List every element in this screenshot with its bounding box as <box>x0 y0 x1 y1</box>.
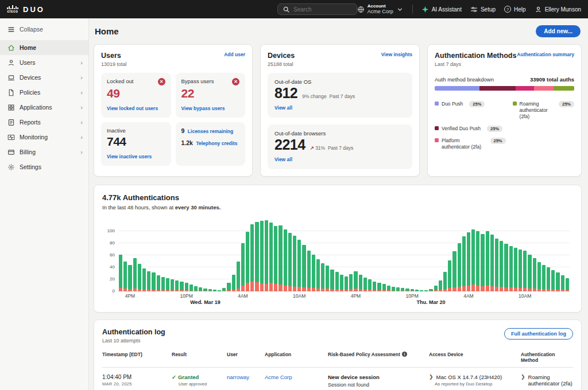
search-box[interactable] <box>277 3 357 15</box>
application-link[interactable]: Acme Corp <box>265 374 292 380</box>
legend-item: Verified Duo Push 25% <box>435 126 506 132</box>
sidebar-item-home[interactable]: Home <box>0 40 88 55</box>
chart-bar <box>467 232 470 291</box>
topbar-divider <box>412 5 413 14</box>
billing-icon <box>7 149 15 156</box>
y-axis-tick: 60 <box>102 252 115 258</box>
legend-item: Platform authenticator (2fa) 25% <box>435 138 506 150</box>
topbar-right: Account Acme Corp AI Assistant Setup <box>357 3 581 15</box>
chart-bar <box>185 283 188 291</box>
view-locked-out-link[interactable]: View locked out users <box>107 106 158 111</box>
sliders-icon <box>470 6 478 13</box>
error-badge-icon: ✕ <box>232 78 239 85</box>
legend-pct-badge: 25% <box>559 101 574 107</box>
sidebar-item-users[interactable]: Users › <box>0 55 88 70</box>
legend-swatch <box>435 138 439 142</box>
expand-chevron-icon[interactable]: ❯ <box>521 374 525 387</box>
sidebar-item-settings[interactable]: Settings <box>0 159 88 174</box>
chart-bar <box>237 262 240 292</box>
chart-bar <box>250 224 254 291</box>
chart-bar <box>189 284 193 291</box>
breakdown-segment <box>516 86 534 91</box>
auth-methods-card: Authentication Methods Authentication su… <box>427 44 582 177</box>
chart-bar <box>359 275 362 291</box>
sidebar-item-billing[interactable]: Billing › <box>0 145 88 159</box>
chart-bar <box>166 278 169 291</box>
user-link[interactable]: narroway <box>227 374 249 380</box>
chart-bar <box>392 287 395 291</box>
browsers-view-all-link[interactable]: View all <box>274 157 292 162</box>
legend-item: Duo Push 25% <box>435 101 506 120</box>
chart-subtitle: In the last 48 hours, shown at every 30 … <box>102 204 573 210</box>
sidebar-item-devices[interactable]: Devices › <box>0 70 88 85</box>
inactive-count: 744 <box>107 135 165 149</box>
account-switcher[interactable]: Account Acme Corp <box>357 3 404 15</box>
person-icon <box>535 6 542 13</box>
sidebar-item-reports[interactable]: Reports › <box>0 115 88 130</box>
bypass-users-tile: Bypass users ✕ 22 View bypass users <box>176 73 246 118</box>
setup-button[interactable]: Setup <box>470 6 496 13</box>
chart-bar <box>330 270 334 291</box>
device-name: Mac OS X 14.7.4 (23H420) <box>436 374 502 380</box>
sidebar-collapse[interactable]: Collapse <box>0 21 88 38</box>
chart-bar <box>284 229 287 291</box>
monitoring-icon <box>7 134 15 141</box>
account-label: Account <box>368 3 393 9</box>
search-input[interactable] <box>293 6 352 13</box>
settings-gear-icon <box>7 163 15 171</box>
info-icon[interactable]: i <box>402 352 407 357</box>
chart-datelabels: Wed. Mar 19Thu. Mar 20 <box>118 299 570 307</box>
chart-bar <box>274 226 277 291</box>
chart-bar <box>316 259 320 291</box>
add-user-link[interactable]: Add user <box>224 52 245 57</box>
os-view-all-link[interactable]: View all <box>274 105 292 111</box>
devices-icon <box>7 74 15 81</box>
chart-bar <box>387 286 390 291</box>
sidebar-item-policies[interactable]: Policies › <box>0 85 88 100</box>
chart-bar <box>246 232 249 291</box>
chart-bar <box>519 249 522 291</box>
telephony-link[interactable]: Telephony credits <box>196 141 237 146</box>
chart-bar <box>123 262 127 292</box>
auth-log-table: Timestamp (EDT) Result User Application … <box>102 352 573 390</box>
chart-bar <box>443 272 447 291</box>
licenses-link[interactable]: Licenses remaining <box>188 128 233 134</box>
browsers-label: Out-of-date browsers <box>274 130 405 136</box>
chart-bar <box>297 240 301 291</box>
y-axis-tick: 40 <box>102 264 115 270</box>
chart-bar <box>471 229 475 291</box>
hamburger-icon <box>7 26 15 33</box>
chart-xticks: 4PM10PM4AM10AM4PM10PM4AM10AM <box>118 291 570 299</box>
timestamp-date: MAR 20, 2025 <box>102 381 167 387</box>
ai-assistant-button[interactable]: AI Assistant <box>421 6 462 13</box>
expand-chevron-icon[interactable]: ❯ <box>429 374 434 380</box>
date-label: Wed. Mar 19 <box>190 299 220 305</box>
os-period: Past 7 days <box>330 93 355 99</box>
sidebar-item-label: Monitoring <box>20 134 76 141</box>
sidebar-item-label: Policies <box>20 89 76 96</box>
chart-bar <box>514 248 517 291</box>
chart-bar <box>452 251 456 291</box>
col-result: Result <box>172 352 222 363</box>
view-inactive-link[interactable]: View inactive users <box>107 154 152 159</box>
add-new-button[interactable]: Add new... <box>536 25 581 37</box>
view-insights-link[interactable]: View insights <box>381 52 412 57</box>
chart-bar <box>396 287 400 291</box>
duo-wordmark: DUO <box>23 5 45 14</box>
full-auth-log-button[interactable]: Full authentication log <box>504 328 573 340</box>
help-button[interactable]: ? Help <box>504 6 526 13</box>
sidebar-item-monitoring[interactable]: Monitoring › <box>0 130 88 145</box>
chart-bar <box>448 260 451 291</box>
sidebar-item-applications[interactable]: Applications › <box>0 100 88 115</box>
user-menu[interactable]: Ellery Munson <box>535 6 581 13</box>
browsers-count: 2214 <box>274 136 305 153</box>
help-label: Help <box>514 6 526 13</box>
auth-summary-link[interactable]: Authentication summary <box>517 52 574 57</box>
os-change: 9% change <box>302 93 327 99</box>
chevron-right-icon: › <box>80 89 83 96</box>
timestamp-cell: 1:04:40 PM MAR 20, 2025 <box>102 374 167 390</box>
view-bypass-link[interactable]: View bypass users <box>181 106 225 111</box>
chart-bar <box>542 265 546 291</box>
chart-bar <box>345 276 348 291</box>
legend-pct-badge: 25% <box>487 126 502 132</box>
